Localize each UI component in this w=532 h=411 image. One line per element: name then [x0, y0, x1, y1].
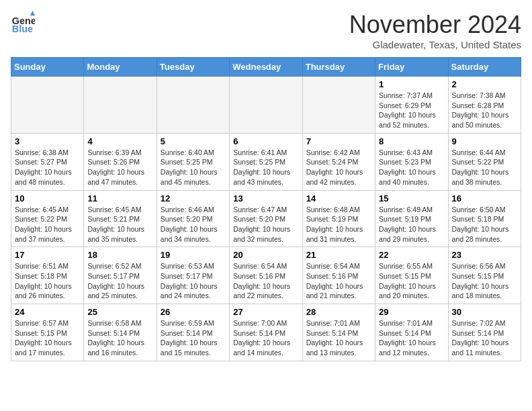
day-info: Sunrise: 6:42 AM Sunset: 5:24 PM Dayligh…	[306, 148, 371, 187]
calendar-cell: 20Sunrise: 6:54 AM Sunset: 5:16 PM Dayli…	[230, 247, 302, 304]
calendar-cell	[302, 77, 375, 134]
day-info: Sunrise: 6:53 AM Sunset: 5:17 PM Dayligh…	[161, 261, 226, 301]
day-info: Sunrise: 6:39 AM Sunset: 5:26 PM Dayligh…	[87, 148, 152, 187]
day-info: Sunrise: 7:02 AM Sunset: 5:14 PM Dayligh…	[452, 318, 517, 358]
calendar-cell	[230, 77, 302, 134]
day-number: 11	[87, 193, 152, 203]
day-info: Sunrise: 7:37 AM Sunset: 6:29 PM Dayligh…	[379, 91, 444, 130]
day-info: Sunrise: 6:40 AM Sunset: 5:25 PM Dayligh…	[161, 148, 226, 187]
calendar-cell: 28Sunrise: 7:01 AM Sunset: 5:14 PM Dayli…	[302, 304, 375, 361]
calendar-cell: 13Sunrise: 6:47 AM Sunset: 5:20 PM Dayli…	[230, 190, 302, 247]
calendar-body: 1Sunrise: 7:37 AM Sunset: 6:29 PM Daylig…	[11, 77, 521, 361]
day-info: Sunrise: 6:43 AM Sunset: 5:23 PM Dayligh…	[379, 148, 444, 187]
day-info: Sunrise: 6:57 AM Sunset: 5:15 PM Dayligh…	[15, 318, 80, 358]
day-info: Sunrise: 7:38 AM Sunset: 6:28 PM Dayligh…	[452, 91, 517, 130]
calendar-cell	[157, 77, 229, 134]
day-info: Sunrise: 6:56 AM Sunset: 5:15 PM Dayligh…	[452, 261, 517, 301]
day-info: Sunrise: 6:48 AM Sunset: 5:19 PM Dayligh…	[306, 205, 371, 244]
day-info: Sunrise: 6:44 AM Sunset: 5:22 PM Dayligh…	[452, 148, 517, 187]
calendar-cell: 7Sunrise: 6:42 AM Sunset: 5:24 PM Daylig…	[302, 133, 375, 190]
day-info: Sunrise: 6:52 AM Sunset: 5:17 PM Dayligh…	[87, 261, 152, 301]
calendar-header-monday: Monday	[84, 58, 157, 77]
calendar-cell: 29Sunrise: 7:01 AM Sunset: 5:14 PM Dayli…	[375, 304, 448, 361]
day-info: Sunrise: 7:01 AM Sunset: 5:14 PM Dayligh…	[379, 318, 444, 358]
day-number: 19	[161, 250, 226, 260]
day-info: Sunrise: 6:45 AM Sunset: 5:21 PM Dayligh…	[87, 205, 152, 244]
logo-icon: General Blue	[11, 11, 35, 35]
calendar-cell	[84, 77, 157, 134]
calendar-header-row: SundayMondayTuesdayWednesdayThursdayFrid…	[11, 58, 521, 77]
logo: General Blue	[11, 11, 35, 35]
day-number: 26	[161, 307, 226, 317]
calendar-cell: 1Sunrise: 7:37 AM Sunset: 6:29 PM Daylig…	[375, 77, 448, 134]
day-number: 28	[306, 307, 371, 317]
location: Gladewater, Texas, United States	[349, 39, 521, 50]
day-info: Sunrise: 6:55 AM Sunset: 5:15 PM Dayligh…	[379, 261, 444, 301]
calendar-cell: 15Sunrise: 6:49 AM Sunset: 5:19 PM Dayli…	[375, 190, 448, 247]
calendar-header-thursday: Thursday	[302, 58, 375, 77]
day-number: 3	[15, 136, 80, 146]
day-number: 16	[452, 193, 517, 203]
calendar-header-tuesday: Tuesday	[157, 58, 229, 77]
day-number: 10	[15, 193, 80, 203]
day-number: 23	[452, 250, 517, 260]
day-info: Sunrise: 6:54 AM Sunset: 5:16 PM Dayligh…	[306, 261, 371, 301]
calendar-cell: 25Sunrise: 6:58 AM Sunset: 5:14 PM Dayli…	[84, 304, 157, 361]
day-number: 29	[379, 307, 444, 317]
calendar-header-wednesday: Wednesday	[230, 58, 302, 77]
calendar: SundayMondayTuesdayWednesdayThursdayFrid…	[11, 57, 521, 361]
calendar-header-saturday: Saturday	[448, 58, 521, 77]
calendar-cell: 9Sunrise: 6:44 AM Sunset: 5:22 PM Daylig…	[448, 133, 521, 190]
day-info: Sunrise: 6:50 AM Sunset: 5:18 PM Dayligh…	[452, 205, 517, 244]
svg-marker-2	[30, 11, 35, 15]
svg-text:Blue: Blue	[12, 24, 33, 34]
calendar-cell: 27Sunrise: 7:00 AM Sunset: 5:14 PM Dayli…	[230, 304, 302, 361]
calendar-cell	[11, 77, 84, 134]
day-info: Sunrise: 6:41 AM Sunset: 5:25 PM Dayligh…	[233, 148, 298, 187]
day-info: Sunrise: 6:54 AM Sunset: 5:16 PM Dayligh…	[233, 261, 298, 301]
day-info: Sunrise: 6:45 AM Sunset: 5:22 PM Dayligh…	[15, 205, 80, 244]
day-number: 4	[87, 136, 152, 146]
page-header: General Blue November 2024 Gladewater, T…	[11, 11, 521, 50]
day-number: 2	[452, 79, 517, 89]
day-number: 13	[233, 193, 298, 203]
calendar-header-sunday: Sunday	[11, 58, 84, 77]
day-info: Sunrise: 6:38 AM Sunset: 5:27 PM Dayligh…	[15, 148, 80, 187]
day-info: Sunrise: 7:00 AM Sunset: 5:14 PM Dayligh…	[233, 318, 298, 358]
title-section: November 2024 Gladewater, Texas, United …	[349, 11, 521, 50]
day-number: 8	[379, 136, 444, 146]
calendar-cell: 23Sunrise: 6:56 AM Sunset: 5:15 PM Dayli…	[448, 247, 521, 304]
day-number: 21	[306, 250, 371, 260]
day-number: 24	[15, 307, 80, 317]
day-info: Sunrise: 6:51 AM Sunset: 5:18 PM Dayligh…	[15, 261, 80, 301]
day-number: 5	[161, 136, 226, 146]
calendar-cell: 12Sunrise: 6:46 AM Sunset: 5:20 PM Dayli…	[157, 190, 229, 247]
calendar-week-1: 1Sunrise: 7:37 AM Sunset: 6:29 PM Daylig…	[11, 77, 521, 134]
day-number: 17	[15, 250, 80, 260]
day-number: 30	[452, 307, 517, 317]
day-number: 18	[87, 250, 152, 260]
day-number: 15	[379, 193, 444, 203]
calendar-header-friday: Friday	[375, 58, 448, 77]
calendar-cell: 19Sunrise: 6:53 AM Sunset: 5:17 PM Dayli…	[157, 247, 229, 304]
day-info: Sunrise: 6:46 AM Sunset: 5:20 PM Dayligh…	[161, 205, 226, 244]
calendar-cell: 11Sunrise: 6:45 AM Sunset: 5:21 PM Dayli…	[84, 190, 157, 247]
day-number: 7	[306, 136, 371, 146]
calendar-cell: 5Sunrise: 6:40 AM Sunset: 5:25 PM Daylig…	[157, 133, 229, 190]
calendar-cell: 3Sunrise: 6:38 AM Sunset: 5:27 PM Daylig…	[11, 133, 84, 190]
calendar-week-3: 10Sunrise: 6:45 AM Sunset: 5:22 PM Dayli…	[11, 190, 521, 247]
calendar-week-5: 24Sunrise: 6:57 AM Sunset: 5:15 PM Dayli…	[11, 304, 521, 361]
calendar-cell: 21Sunrise: 6:54 AM Sunset: 5:16 PM Dayli…	[302, 247, 375, 304]
day-number: 9	[452, 136, 517, 146]
day-info: Sunrise: 6:59 AM Sunset: 5:14 PM Dayligh…	[161, 318, 226, 358]
day-info: Sunrise: 7:01 AM Sunset: 5:14 PM Dayligh…	[306, 318, 371, 358]
day-number: 20	[233, 250, 298, 260]
calendar-cell: 8Sunrise: 6:43 AM Sunset: 5:23 PM Daylig…	[375, 133, 448, 190]
day-info: Sunrise: 6:49 AM Sunset: 5:19 PM Dayligh…	[379, 205, 444, 244]
day-number: 12	[161, 193, 226, 203]
calendar-cell: 4Sunrise: 6:39 AM Sunset: 5:26 PM Daylig…	[84, 133, 157, 190]
calendar-cell: 16Sunrise: 6:50 AM Sunset: 5:18 PM Dayli…	[448, 190, 521, 247]
calendar-cell: 2Sunrise: 7:38 AM Sunset: 6:28 PM Daylig…	[448, 77, 521, 134]
calendar-cell: 30Sunrise: 7:02 AM Sunset: 5:14 PM Dayli…	[448, 304, 521, 361]
calendar-cell: 26Sunrise: 6:59 AM Sunset: 5:14 PM Dayli…	[157, 304, 229, 361]
